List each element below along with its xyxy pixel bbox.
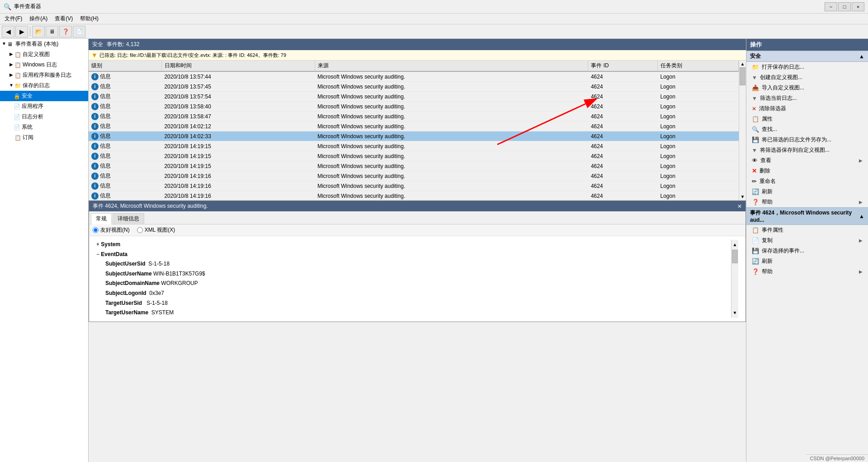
sidebar-item-subscriptions[interactable]: 📋 订阅 <box>0 132 88 143</box>
detail-scroll-up[interactable]: ▲ <box>731 240 738 250</box>
forward-button[interactable]: ▶ <box>15 26 28 37</box>
right-item-refresh[interactable]: 🔄 刷新 <box>746 187 868 197</box>
sidebar-item-viewer-root[interactable]: ▼ 🖥 事件查看器 (本地) <box>0 39 88 49</box>
sidebar-label-subscriptions: 订阅 <box>23 134 33 141</box>
cell-eventid: 4624 <box>588 181 658 191</box>
cell-category: Logon <box>657 112 738 121</box>
right-item-help2[interactable]: ❓ 帮助 ▶ <box>746 266 868 277</box>
cell-eventid: 4624 <box>588 102 658 112</box>
sidebar-item-app-log[interactable]: 📄 应用程序 <box>0 101 88 112</box>
open-folder-button[interactable]: 📂 <box>32 26 45 37</box>
detail-scroll-thumb[interactable] <box>732 250 738 263</box>
detail-scrollbar[interactable]: ▲ ▼ <box>731 240 738 318</box>
back-button[interactable]: ◀ <box>2 26 14 37</box>
cell-level: i信息 <box>89 102 161 112</box>
table-row[interactable]: i信息2020/10/8 14:19:16Microsoft Windows s… <box>89 191 739 201</box>
right-item-import-custom-view[interactable]: 📥 导入自定义视图... <box>746 83 868 93</box>
col-eventid[interactable]: 事件 ID <box>588 61 658 71</box>
save-filtered-label: 将已筛选的日志文件另存为... <box>762 136 831 144</box>
cell-level: i信息 <box>89 112 161 121</box>
table-row[interactable]: i信息2020/10/8 14:02:12Microsoft Windows s… <box>89 121 739 131</box>
friendly-view-radio[interactable]: 友好视图(N) <box>93 226 130 234</box>
col-datetime[interactable]: 日期和时间 <box>161 61 315 71</box>
right-item-event-properties[interactable]: 📋 事件属性 <box>746 225 868 235</box>
save-events-icon: 💾 <box>752 247 759 254</box>
scroll-up-arrow[interactable]: ▲ <box>739 61 746 67</box>
right-item-open-saved-log[interactable]: 📁 打开保存的日志... <box>746 62 868 72</box>
detail-tabs: 常规 详细信息 <box>89 211 745 224</box>
table-row[interactable]: i信息2020/10/8 13:58:47Microsoft Windows s… <box>89 112 739 121</box>
table-row[interactable]: i信息2020/10/8 13:57:45Microsoft Windows s… <box>89 82 739 92</box>
sidebar-item-saved-logs[interactable]: ▼ 📁 保存的日志 <box>0 80 88 91</box>
events-table: 级别 日期和时间 来源 事件 ID 任务类别 i信息2020/10/8 13:5… <box>89 61 739 200</box>
minimize-button[interactable]: − <box>825 2 837 11</box>
new-button[interactable]: 📄 <box>73 26 85 37</box>
table-row[interactable]: i信息2020/10/8 14:19:16Microsoft Windows s… <box>89 171 739 181</box>
cell-eventid: 4624 <box>588 92 658 102</box>
table-row[interactable]: i信息2020/10/8 14:02:33Microsoft Windows s… <box>89 131 739 141</box>
sidebar-item-log-analysis[interactable]: 📄 日志分析 <box>0 112 88 122</box>
right-item-help[interactable]: ❓ 帮助 ▶ <box>746 197 868 207</box>
right-item-refresh2[interactable]: 🔄 刷新 <box>746 256 868 266</box>
scroll-down-arrow[interactable]: ▼ <box>739 193 746 200</box>
tab-details[interactable]: 详细信息 <box>113 213 144 224</box>
detail-scroll-down[interactable]: ▼ <box>731 308 738 318</box>
right-item-copy[interactable]: 📄 复制 ▶ <box>746 235 868 246</box>
cell-source: Microsoft Windows security auditing. <box>315 92 588 102</box>
cell-level: i信息 <box>89 71 161 82</box>
right-item-clear-filter[interactable]: ✕ 清除筛选器 <box>746 103 868 114</box>
menu-help[interactable]: 帮助(H) <box>77 14 101 23</box>
right-item-delete[interactable]: ✕ 删除 <box>746 166 868 176</box>
sidebar-label-security: 安全 <box>22 92 33 100</box>
maximize-button[interactable]: □ <box>838 2 851 11</box>
table-scroll-area[interactable]: 级别 日期和时间 来源 事件 ID 任务类别 i信息2020/10/8 13:5… <box>89 61 739 200</box>
help-button[interactable]: ❓ <box>59 26 72 37</box>
xml-view-radio[interactable]: XML 视图(X) <box>137 226 175 234</box>
collapse-icon: ▲ <box>859 53 864 60</box>
right-item-view[interactable]: 👁 查看 ▶ <box>746 155 868 166</box>
right-item-rename[interactable]: ✏ 重命名 <box>746 176 868 187</box>
table-row[interactable]: i信息2020/10/8 14:19:15Microsoft Windows s… <box>89 151 739 161</box>
right-item-save-selected-events[interactable]: 💾 保存选择的事件... <box>746 246 868 256</box>
table-row[interactable]: i信息2020/10/8 14:19:15Microsoft Windows s… <box>89 141 739 151</box>
sidebar-item-system-log[interactable]: 📄 系统 <box>0 122 88 132</box>
sidebar-item-custom-views[interactable]: ▶ 📋 自定义视图 <box>0 49 88 60</box>
table-row[interactable]: i信息2020/10/8 13:57:44Microsoft Windows s… <box>89 71 739 82</box>
table-scrollbar[interactable]: ▲ ▼ <box>739 61 746 200</box>
close-button[interactable]: × <box>852 2 864 11</box>
sidebar-item-app-service-logs[interactable]: ▶ 📋 应用程序和服务日志 <box>0 70 88 80</box>
info-icon: i <box>91 163 99 170</box>
right-item-save-filtered-log[interactable]: 💾 将已筛选的日志文件另存为... <box>746 135 868 145</box>
col-level[interactable]: 级别 <box>89 61 161 71</box>
table-row[interactable]: i信息2020/10/8 13:57:54Microsoft Windows s… <box>89 92 739 102</box>
cell-source: Microsoft Windows security auditing. <box>315 131 588 141</box>
scroll-thumb[interactable] <box>740 67 745 85</box>
right-item-create-custom-view[interactable]: ▼ 创建自定义视图... <box>746 72 868 83</box>
col-source[interactable]: 来源 <box>315 61 588 71</box>
right-section-security[interactable]: 安全 ▲ <box>746 51 868 62</box>
right-item-save-filter-to-view[interactable]: ▼ 将筛选器保存到自定义视图... <box>746 145 868 155</box>
sidebar-item-windows-logs[interactable]: ▶ 📋 Windows 日志 <box>0 60 88 70</box>
event-table[interactable]: 级别 日期和时间 来源 事件 ID 任务类别 i信息2020/10/8 13:5… <box>89 61 746 201</box>
tab-general[interactable]: 常规 <box>91 213 112 224</box>
col-category[interactable]: 任务类别 <box>657 61 738 71</box>
menu-file[interactable]: 文件(F) <box>2 14 25 23</box>
detail-close-button[interactable]: ✕ <box>737 203 742 210</box>
sidebar-item-security[interactable]: 🔒 安全 <box>0 91 88 101</box>
table-row[interactable]: i信息2020/10/8 13:58:40Microsoft Windows s… <box>89 102 739 112</box>
scroll-track <box>739 67 746 193</box>
system-node[interactable]: + System <box>96 240 731 250</box>
cell-eventid: 4624 <box>588 171 658 181</box>
right-item-properties[interactable]: 📋 属性 <box>746 114 868 124</box>
table-row[interactable]: i信息2020/10/8 14:19:15Microsoft Windows s… <box>89 161 739 171</box>
right-section-event[interactable]: 事件 4624，Microsoft Windows security aud..… <box>746 207 868 225</box>
view-button[interactable]: 🖥 <box>46 26 58 37</box>
refresh-label: 刷新 <box>762 188 773 196</box>
table-row[interactable]: i信息2020/10/8 14:19:16Microsoft Windows s… <box>89 181 739 191</box>
right-item-filter-log[interactable]: ▼ 筛选当前日志... <box>746 93 868 103</box>
right-item-find[interactable]: 🔍 查找... <box>746 124 868 135</box>
menu-view[interactable]: 查看(V) <box>52 14 75 23</box>
eventdata-node[interactable]: − EventData <box>96 250 731 260</box>
filter-log-label: 筛选当前日志... <box>760 94 797 102</box>
menu-action[interactable]: 操作(A) <box>27 14 50 23</box>
